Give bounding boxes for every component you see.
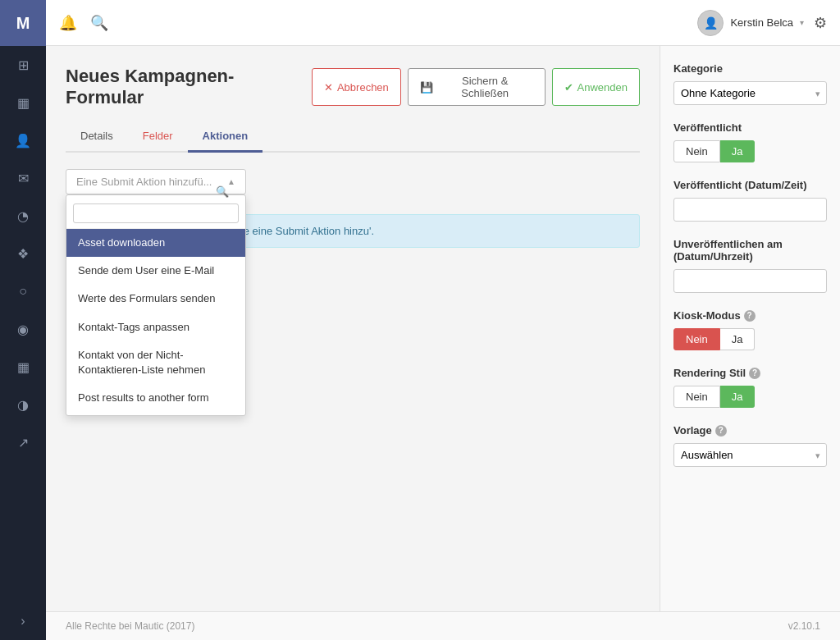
rendering-ja-button[interactable]: Ja	[720, 386, 756, 408]
sidebar-item-contacts[interactable]: 👤	[0, 121, 46, 159]
cancel-x-icon: ✕	[324, 81, 333, 94]
veroeffentlicht-section: Veröffentlicht Nein Ja	[673, 121, 827, 162]
kiosk-section: Kiosk-Modus ? Nein Ja	[673, 309, 827, 350]
apply-check-icon: ✔	[564, 81, 573, 94]
gear-icon[interactable]: ⚙	[814, 14, 827, 32]
tabs: Details Felder Aktionen	[66, 121, 640, 153]
main-container: 🔔 🔍 👤 Kerstin Belca ▾ ⚙ Neues Kampagnen-…	[46, 0, 840, 640]
kategorie-select-wrapper: Ohne Kategorie	[673, 81, 827, 105]
sidebar-item-puzzle[interactable]: ❖	[0, 235, 46, 272]
topnav: 🔔 🔍 👤 Kerstin Belca ▾ ⚙	[46, 0, 840, 46]
dropdown-item-post[interactable]: Post results to another form	[66, 384, 245, 412]
save-icon: 💾	[420, 81, 433, 94]
vorlage-help-icon[interactable]: ?	[715, 425, 727, 437]
vorlage-select[interactable]: Auswählen	[673, 443, 827, 467]
veroeffentlicht-toggle: Nein Ja	[673, 140, 827, 162]
dropdown-item-values[interactable]: Werte des Formulars senden	[66, 285, 245, 313]
tab-details[interactable]: Details	[66, 121, 128, 153]
datum-label: Veröffentlicht (Datum/Zeit)	[673, 179, 827, 191]
sidebar-item-graph[interactable]: ↗	[0, 423, 46, 461]
kategorie-section: Kategorie Ohne Kategorie	[673, 62, 827, 105]
unveroeffentlicht-section: Unveröffentlichen am (Datum/Uhrzeit)	[673, 238, 827, 293]
sidebar-item-calendar[interactable]: ▦	[0, 84, 46, 121]
dropdown-search-icon: 🔍	[216, 185, 229, 198]
sidebar-item-emails[interactable]: ✉	[0, 159, 46, 197]
sidebar-item-rss[interactable]: ◉	[0, 310, 46, 348]
action-dropdown-menu: 🔍 Asset downloaden Sende dem User eine E…	[66, 194, 246, 416]
page-title: Neues Kampagnen-Formular	[66, 66, 312, 108]
search-icon[interactable]: 🔍	[90, 14, 108, 32]
veroeffentlicht-label: Veröffentlicht	[673, 121, 827, 134]
unveroeffentlicht-label: Unveröffentlichen am (Datum/Uhrzeit)	[673, 238, 827, 263]
bell-icon[interactable]: 🔔	[59, 14, 77, 32]
apply-button[interactable]: ✔ Anwenden	[552, 68, 640, 106]
dropdown-search-container: 🔍	[66, 199, 245, 229]
header-buttons: ✕ Abbrechen 💾 Sichern & Schließen ✔ Anwe…	[312, 68, 640, 106]
user-dropdown-icon: ▾	[800, 18, 804, 27]
dropdown-item-email[interactable]: Sende dem User eine E-Mail	[66, 257, 245, 285]
sidebar-item-dashboard[interactable]: ⊞	[0, 46, 46, 84]
kiosk-toggle: Nein Ja	[673, 328, 827, 350]
avatar: 👤	[697, 10, 724, 36]
sidebar: M ⊞ ▦ 👤 ✉ ◔ ❖ ○ ◉ ▦ ◑ ↗ ›	[0, 0, 46, 640]
datum-input[interactable]	[673, 198, 827, 222]
user-name: Kerstin Belca	[730, 16, 793, 29]
tab-felder[interactable]: Felder	[128, 121, 188, 153]
sidebar-logo[interactable]: M	[0, 0, 46, 46]
save-button[interactable]: 💾 Sichern & Schließen	[408, 68, 546, 106]
footer-version: v2.10.1	[788, 620, 820, 632]
rendering-help-icon[interactable]: ?	[749, 368, 760, 379]
veroeffentlicht-ja-button[interactable]: Ja	[720, 140, 756, 162]
datum-section: Veröffentlicht (Datum/Zeit)	[673, 179, 827, 222]
page-header: Neues Kampagnen-Formular ✕ Abbrechen 💾 S…	[66, 66, 640, 108]
cancel-button[interactable]: ✕ Abbrechen	[312, 68, 401, 106]
unveroeffentlicht-input[interactable]	[673, 269, 827, 293]
kiosk-nein-button[interactable]: Nein	[673, 328, 720, 350]
kiosk-help-icon[interactable]: ?	[744, 310, 756, 322]
sidebar-item-charts[interactable]: ◔	[0, 197, 46, 235]
dropdown-item-asset[interactable]: Asset downloaden	[66, 229, 245, 257]
rendering-nein-button[interactable]: Nein	[673, 386, 720, 408]
rendering-toggle: Nein Ja	[673, 386, 827, 408]
footer: Alle Rechte bei Mautic (2017) v2.10.1	[46, 611, 840, 640]
sidebar-item-palette[interactable]: ◑	[0, 386, 46, 423]
rendering-section: Rendering Stil ? Nein Ja	[673, 367, 827, 408]
action-select-placeholder: Eine Submit Aktion hinzufü...	[76, 176, 212, 188]
kategorie-label: Kategorie	[673, 62, 827, 75]
vorlage-section: Vorlage ? Auswählen	[673, 424, 827, 467]
vorlage-select-wrapper: Auswählen	[673, 443, 827, 467]
user-menu[interactable]: 👤 Kerstin Belca ▾	[697, 10, 804, 36]
action-select-container: Eine Submit Aktion hinzufü... ▲ 🔍 Asset …	[66, 169, 246, 194]
dropdown-search-input[interactable]	[73, 203, 239, 223]
right-panel: Kategorie Ohne Kategorie Veröffentlicht …	[660, 46, 840, 611]
vorlage-label: Vorlage ?	[673, 424, 827, 437]
sidebar-item-table[interactable]: ▦	[0, 348, 46, 386]
kategorie-select[interactable]: Ohne Kategorie	[673, 81, 827, 105]
content-area: Neues Kampagnen-Formular ✕ Abbrechen 💾 S…	[46, 46, 840, 611]
main-panel: Neues Kampagnen-Formular ✕ Abbrechen 💾 S…	[46, 46, 660, 611]
sidebar-item-more[interactable]: ›	[0, 602, 46, 640]
dropdown-item-tags[interactable]: Kontakt-Tags anpassen	[66, 313, 245, 341]
rendering-label: Rendering Stil ?	[673, 367, 827, 379]
dropdown-item-contact[interactable]: Kontakt von der Nicht-Kontaktieren-Liste…	[66, 341, 245, 384]
veroeffentlicht-nein-button[interactable]: Nein	[673, 140, 720, 162]
kiosk-ja-button[interactable]: Ja	[720, 328, 756, 350]
footer-copyright: Alle Rechte bei Mautic (2017)	[66, 620, 194, 632]
sidebar-item-circle[interactable]: ○	[0, 272, 46, 310]
kiosk-label: Kiosk-Modus ?	[673, 309, 827, 322]
tab-aktionen[interactable]: Aktionen	[188, 121, 263, 153]
